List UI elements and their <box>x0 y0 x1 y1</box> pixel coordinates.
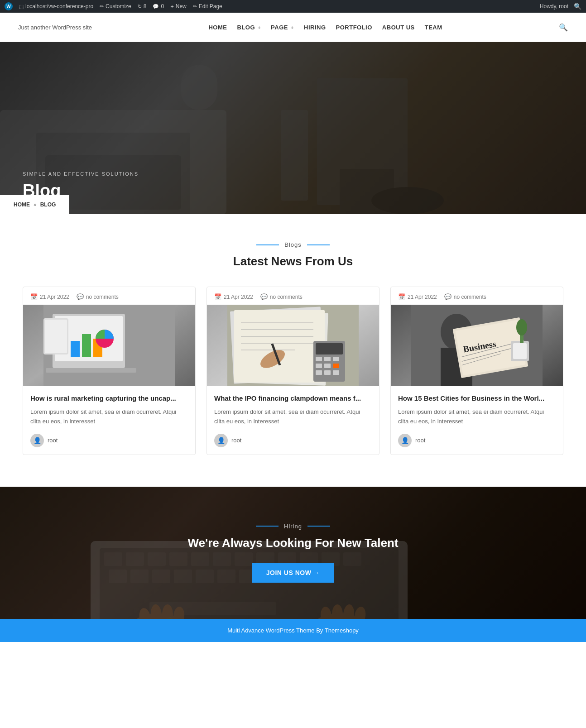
nav-link-blog[interactable]: BLOG + <box>237 24 261 31</box>
card3-excerpt: Lorem ipsum dolor sit amet, sea ei diam … <box>398 407 556 426</box>
blog-card-2-meta: 📅 21 Apr 2022 💬 no comments <box>207 287 379 305</box>
svg-rect-69 <box>152 570 170 583</box>
nav-item-blog[interactable]: BLOG + <box>237 24 261 31</box>
site-footer: Multi Advance WordPress Theme By Themesh… <box>0 619 586 642</box>
card2-body: What the IPO financing clampdown means f… <box>207 386 379 455</box>
blog-card-1-meta: 📅 21 Apr 2022 💬 no comments <box>23 287 195 305</box>
admin-bar-right: Howdy, root 🔍 <box>540 3 581 10</box>
card2-title[interactable]: What the IPO financing clampdown means f… <box>214 393 372 403</box>
nav-link-hiring[interactable]: HIRING <box>304 24 326 31</box>
hiring-content: Hiring We're Always Looking For New Tale… <box>187 523 398 583</box>
blog-plus-icon: + <box>258 25 261 30</box>
section-label-wrap: Blogs <box>23 241 563 248</box>
blogs-section: Blogs Latest News From Us 📅 21 Apr 2022 … <box>0 214 586 487</box>
card2-author: 👤 root <box>214 434 372 447</box>
nav-link-team[interactable]: TEAM <box>425 24 442 31</box>
nav-item-page[interactable]: PAGE + <box>271 24 294 31</box>
card1-comments-meta: 💬 no comments <box>77 293 119 300</box>
nav-item-portfolio[interactable]: PORTFOLIO <box>336 24 372 31</box>
nav-item-hiring[interactable]: HIRING <box>304 24 326 31</box>
card3-image[interactable]: Business <box>391 305 563 386</box>
wordpress-icon: W <box>5 2 13 10</box>
hiring-line-right <box>307 526 330 527</box>
blog-card-2: 📅 21 Apr 2022 💬 no comments <box>207 287 379 455</box>
updates-count: 8 <box>144 3 147 10</box>
card3-avatar: 👤 <box>398 434 412 447</box>
svg-rect-56 <box>126 552 144 566</box>
blog-card-3-meta: 📅 21 Apr 2022 💬 no comments <box>391 287 563 305</box>
comments-link[interactable]: 💬 0 <box>153 3 164 10</box>
svg-rect-33 <box>324 364 331 368</box>
new-plus-icon: + <box>170 3 174 10</box>
updates-link[interactable]: ↻ 8 <box>138 3 147 10</box>
nav-item-home[interactable]: HOME <box>208 24 227 31</box>
footer-text: Multi Advance WordPress Theme By Themesh… <box>227 627 359 634</box>
card1-body: How is rural marketing capturing the unc… <box>23 386 195 455</box>
card2-excerpt: Lorem ipsum dolor sit amet, sea ei diam … <box>214 407 372 426</box>
card3-comments: no comments <box>454 294 486 300</box>
site-tagline: Just another WordPress site <box>18 24 92 31</box>
breadcrumb: HOME » BLOG <box>0 195 69 214</box>
calendar-icon-3: 📅 <box>398 293 405 300</box>
join-us-button[interactable]: JOIN US NOW → <box>252 563 335 583</box>
page-plus-icon: + <box>291 25 294 30</box>
card2-date-meta: 📅 21 Apr 2022 <box>214 293 253 300</box>
nav-item-team[interactable]: TEAM <box>425 24 442 31</box>
nav-link-home[interactable]: HOME <box>208 24 227 31</box>
svg-rect-34 <box>333 364 339 368</box>
comments-count: 0 <box>161 3 164 10</box>
header-search-icon[interactable]: 🔍 <box>559 23 568 32</box>
customize-label: Customize <box>106 3 131 10</box>
blog-grid: 📅 21 Apr 2022 💬 no comments <box>23 287 563 455</box>
svg-rect-32 <box>316 364 322 368</box>
howdy-text: Howdy, root <box>540 3 568 10</box>
svg-rect-31 <box>333 357 339 361</box>
edit-page-link[interactable]: ✏ Edit Page <box>193 3 222 10</box>
card1-comments: no comments <box>86 294 119 300</box>
site-header: Just another WordPress site HOME BLOG + … <box>0 13 586 42</box>
comment-icon-1: 💬 <box>77 293 84 300</box>
wp-logo[interactable]: W <box>5 2 13 10</box>
section-label: Blogs <box>284 241 302 248</box>
hiring-title: We're Always Looking For New Talent <box>187 536 398 550</box>
calendar-icon-2: 📅 <box>214 293 221 300</box>
card3-title[interactable]: How 15 Best Cities for Business in the W… <box>398 393 556 403</box>
site-url-icon: ⬚ <box>19 4 24 10</box>
breadcrumb-home-link[interactable]: HOME <box>14 201 30 208</box>
card2-img-svg <box>207 305 379 386</box>
updates-icon: ↻ <box>138 4 142 10</box>
customize-link[interactable]: ✏ Customize <box>100 3 131 10</box>
card1-avatar: 👤 <box>30 434 44 447</box>
breadcrumb-current: BLOG <box>40 201 56 208</box>
edit-page-label: Edit Page <box>199 3 222 10</box>
section-line-left <box>256 244 279 245</box>
card2-date: 21 Apr 2022 <box>224 294 253 300</box>
card2-comments-meta: 💬 no comments <box>260 293 303 300</box>
svg-rect-21 <box>234 310 325 383</box>
nav-link-page[interactable]: PAGE + <box>271 24 294 31</box>
nav-link-about[interactable]: ABOUT US <box>382 24 415 31</box>
card3-date: 21 Apr 2022 <box>408 294 437 300</box>
site-name-link[interactable]: ⬚ localhost/vw-conference-pro <box>19 3 93 10</box>
nav-link-portfolio[interactable]: PORTFOLIO <box>336 24 372 31</box>
card3-body: How 15 Best Cities for Business in the W… <box>391 386 563 455</box>
nav-item-about[interactable]: ABOUT US <box>382 24 415 31</box>
svg-rect-50 <box>513 343 527 359</box>
svg-rect-35 <box>316 370 322 375</box>
card2-image[interactable] <box>207 305 379 386</box>
customize-icon: ✏ <box>100 4 104 10</box>
new-link[interactable]: + New <box>170 3 187 10</box>
search-icon[interactable]: 🔍 <box>574 3 581 10</box>
svg-rect-28 <box>316 343 343 354</box>
hiring-line-left <box>256 526 279 527</box>
card1-author: 👤 root <box>30 434 188 447</box>
blog-card-1: 📅 21 Apr 2022 💬 no comments <box>23 287 196 455</box>
card2-comments: no comments <box>270 294 303 300</box>
card1-title[interactable]: How is rural marketing capturing the unc… <box>30 393 188 403</box>
site-url-text: localhost/vw-conference-pro <box>25 3 93 10</box>
card1-author-name: root <box>48 437 58 444</box>
main-nav: HOME BLOG + PAGE + HIRING PORTFOLIO ABOU… <box>208 24 442 31</box>
section-title: Latest News From Us <box>23 254 563 268</box>
card1-image[interactable] <box>23 305 195 386</box>
svg-rect-30 <box>324 357 331 361</box>
